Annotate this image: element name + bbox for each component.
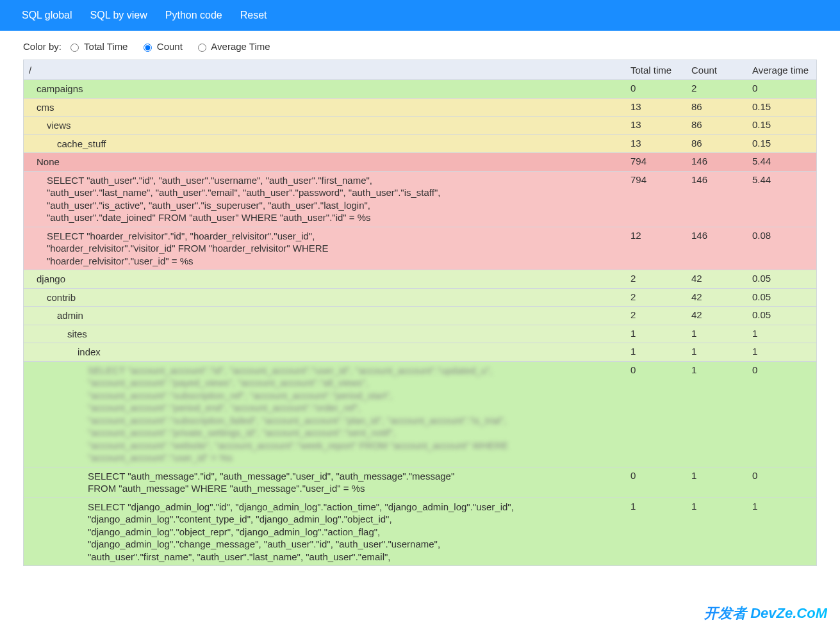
- row-avg: 0.05: [752, 309, 816, 320]
- row-count: 146: [691, 230, 752, 241]
- tree-row[interactable]: SELECT "auth_message"."id", "auth_messag…: [23, 467, 817, 498]
- row-avg: 0: [752, 83, 816, 93]
- row-total: 2: [630, 309, 691, 320]
- row-name: None: [24, 156, 630, 168]
- row-count: 1: [691, 364, 752, 375]
- row-count: 146: [691, 174, 752, 185]
- row-total: 0: [630, 470, 691, 481]
- radio-count[interactable]: [144, 44, 152, 52]
- row-name: views: [24, 119, 630, 132]
- row-total: 13: [630, 138, 691, 149]
- row-count: 146: [691, 156, 752, 166]
- column-headers: / Total time Count Average time: [23, 60, 817, 80]
- row-count: 86: [691, 138, 752, 149]
- row-avg: 0.05: [752, 291, 816, 302]
- row-total: 1: [630, 501, 691, 512]
- row-avg: 0.15: [752, 101, 816, 112]
- color-by-controls: Color by: Total Time Count Average Time: [0, 31, 840, 60]
- row-name: admin: [24, 309, 630, 322]
- top-nav: SQL global SQL by view Python code Reset: [0, 0, 840, 31]
- row-total: 1: [630, 346, 691, 357]
- row-name: SELECT "django_admin_log"."id", "django_…: [24, 501, 630, 563]
- row-name: sites: [24, 328, 630, 341]
- row-avg: 0: [752, 470, 816, 481]
- row-name: cache_stuff: [24, 138, 630, 150]
- row-total: 0: [630, 83, 691, 93]
- row-name: contrib: [24, 291, 630, 304]
- row-name: campaigns: [24, 83, 630, 95]
- row-name: SELECT "account_account"."id", "account_…: [24, 364, 630, 464]
- tree-row[interactable]: admin2420.05: [23, 307, 817, 325]
- row-avg: 1: [752, 328, 816, 339]
- row-avg: 0.15: [752, 138, 816, 149]
- radio-average-time[interactable]: [198, 44, 206, 52]
- profile-tree: / Total time Count Average time campaign…: [0, 60, 840, 585]
- col-avg: Average time: [752, 65, 816, 76]
- row-count: 42: [691, 309, 752, 320]
- tree-row[interactable]: django2420.05: [23, 270, 817, 289]
- row-count: 86: [691, 119, 752, 130]
- nav-python-code[interactable]: Python code: [156, 0, 231, 31]
- radio-total-time-label[interactable]: Total Time: [84, 41, 128, 52]
- row-name: SELECT "auth_message"."id", "auth_messag…: [24, 470, 630, 495]
- row-avg: 5.44: [752, 174, 816, 185]
- row-total: 13: [630, 119, 691, 130]
- row-count: 2: [691, 83, 752, 93]
- row-name: django: [24, 273, 630, 286]
- row-avg: 0: [752, 364, 816, 375]
- tree-row[interactable]: campaigns020: [23, 80, 817, 99]
- radio-average-time-label[interactable]: Average Time: [211, 41, 270, 52]
- radio-count-label[interactable]: Count: [157, 41, 183, 52]
- color-by-label: Color by:: [23, 41, 62, 52]
- row-count: 42: [691, 273, 752, 284]
- tree-row[interactable]: SELECT "account_account"."id", "account_…: [23, 362, 817, 467]
- row-count: 1: [691, 470, 752, 481]
- col-name: /: [24, 65, 630, 76]
- row-total: 0: [630, 364, 691, 375]
- row-total: 2: [630, 273, 691, 284]
- row-total: 1: [630, 328, 691, 339]
- tree-row[interactable]: None7941465.44: [23, 153, 817, 172]
- row-avg: 0.15: [752, 119, 816, 130]
- row-count: 1: [691, 328, 752, 339]
- tree-row[interactable]: SELECT "django_admin_log"."id", "django_…: [23, 498, 817, 567]
- row-total: 13: [630, 101, 691, 112]
- row-name: SELECT "hoarder_relvisitor"."id", "hoard…: [24, 230, 630, 268]
- row-name: index: [24, 346, 630, 359]
- row-name: SELECT "auth_user"."id", "auth_user"."us…: [24, 174, 630, 224]
- row-avg: 0.08: [752, 230, 816, 241]
- row-count: 42: [691, 291, 752, 302]
- col-count: Count: [691, 65, 752, 76]
- tree-row[interactable]: cms13860.15: [23, 99, 817, 117]
- row-avg: 1: [752, 346, 816, 357]
- row-total: 794: [630, 174, 691, 185]
- row-name: cms: [24, 101, 630, 114]
- row-count: 86: [691, 101, 752, 112]
- row-count: 1: [691, 346, 752, 357]
- tree-rows: campaigns020cms13860.15views13860.15cach…: [23, 80, 817, 566]
- tree-row[interactable]: sites111: [23, 325, 817, 344]
- nav-sql-by-view[interactable]: SQL by view: [81, 0, 156, 31]
- row-count: 1: [691, 501, 752, 512]
- row-total: 794: [630, 156, 691, 166]
- nav-reset[interactable]: Reset: [231, 0, 276, 31]
- tree-row[interactable]: contrib2420.05: [23, 289, 817, 307]
- col-total: Total time: [630, 65, 691, 76]
- radio-total-time[interactable]: [70, 44, 79, 52]
- tree-row[interactable]: index111: [23, 343, 817, 362]
- row-total: 12: [630, 230, 691, 241]
- tree-row[interactable]: cache_stuff13860.15: [23, 135, 817, 154]
- nav-sql-global[interactable]: SQL global: [13, 0, 81, 31]
- tree-row[interactable]: views13860.15: [23, 117, 817, 135]
- row-total: 2: [630, 291, 691, 302]
- tree-row[interactable]: SELECT "auth_user"."id", "auth_user"."us…: [23, 172, 817, 227]
- row-avg: 5.44: [752, 156, 816, 166]
- row-avg: 0.05: [752, 273, 816, 284]
- row-avg: 1: [752, 501, 816, 512]
- tree-row[interactable]: SELECT "hoarder_relvisitor"."id", "hoard…: [23, 227, 817, 271]
